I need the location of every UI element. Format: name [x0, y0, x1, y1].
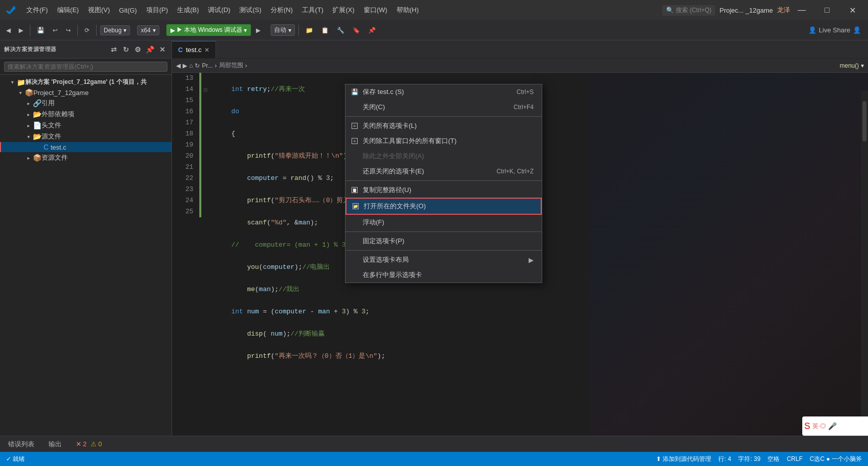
- auto-dropdown[interactable]: 自动 ▾: [271, 24, 295, 36]
- references-icon: 🔗: [32, 99, 41, 107]
- warning-count: ⚠ 0: [91, 440, 102, 448]
- menu-tools[interactable]: 工具(T): [298, 4, 328, 17]
- ctx-close-others: 除此之外全部关闭(A): [345, 149, 542, 164]
- folder-icon: 📁: [351, 201, 361, 211]
- save-icon: 💾: [350, 87, 360, 97]
- ctx-float[interactable]: 浮动(F): [345, 215, 542, 230]
- menu-analyze[interactable]: 分析(N): [267, 4, 297, 17]
- c-file-icon: C: [41, 143, 51, 151]
- output-tab[interactable]: 输出: [45, 438, 66, 451]
- search-placeholder: 搜索 (Ctrl+Q): [676, 6, 711, 15]
- status-right-info[interactable]: C选C ● 一个小脑斧: [808, 454, 864, 464]
- ctx-restore-tabs[interactable]: 还原关闭的选项卡(E) Ctrl+K, Ctrl+Z: [345, 164, 542, 179]
- solution-node[interactable]: ▾ 📁 解决方案 'Project_7_12game' (1 个项目，共: [0, 77, 171, 87]
- status-git[interactable]: ✓ 就绪: [4, 454, 27, 464]
- search-box[interactable]: 🔍 搜索 (Ctrl+Q): [662, 5, 715, 16]
- sidebar-settings-btn[interactable]: ⚙: [133, 44, 143, 55]
- sep1: [30, 25, 30, 36]
- debug-config-dropdown[interactable]: Debug ▾: [100, 25, 130, 35]
- toolbar-misc1[interactable]: ⟳: [81, 25, 93, 35]
- restore-icon: [350, 166, 360, 176]
- error-count: ✕ 2: [76, 440, 86, 448]
- menu-debug[interactable]: 调试(D): [204, 4, 234, 17]
- ctx-copy-path[interactable]: 📋 复制完整路径(U): [345, 182, 542, 198]
- menu-test[interactable]: 测试(S): [235, 4, 265, 17]
- menu-build[interactable]: 生成(B): [173, 4, 203, 17]
- sidebar-refresh-btn[interactable]: ↻: [121, 44, 131, 55]
- menu-project[interactable]: 项目(P): [142, 4, 172, 17]
- status-spaces[interactable]: 空格: [765, 454, 782, 464]
- sidebar-pin-btn[interactable]: 📌: [145, 44, 155, 55]
- sep1: [345, 116, 542, 117]
- status-source-control[interactable]: ⬆ 添加到源代码管理: [654, 454, 713, 464]
- sidebar-item-resources[interactable]: ▸ 📦 资源文件: [0, 152, 171, 163]
- ctx-open-folder[interactable]: 📁 打开所在的文件夹(O): [345, 198, 542, 215]
- toolbar-more2[interactable]: 🔧: [334, 25, 348, 35]
- ctx-save[interactable]: 💾 保存 test.c (S) Ctrl+S: [345, 84, 542, 100]
- sidebar-actions: ⇄ ↻ ⚙ 📌 ✕: [109, 44, 167, 55]
- ctx-close-all-tabs[interactable]: ≡ 关闭所有选项卡(L): [345, 118, 542, 133]
- toolbar-fileops[interactable]: 📁: [302, 25, 316, 35]
- minimize-button[interactable]: —: [790, 2, 813, 18]
- sidebar-sync-btn[interactable]: ⇄: [109, 44, 119, 55]
- toolbar-save[interactable]: 💾: [34, 25, 48, 35]
- sidebar-search-input[interactable]: [4, 62, 167, 72]
- ctx-close-all-windows[interactable]: ≡ 关闭除工具窗口外的所有窗口(T): [345, 133, 542, 149]
- git-icon: ✓: [6, 455, 11, 462]
- diagnostics: ✕ 2 ⚠ 0: [76, 440, 102, 448]
- sep4: [345, 250, 542, 251]
- menu-extensions[interactable]: 扩展(X): [328, 4, 358, 17]
- ctx-close[interactable]: 关闭(C) Ctrl+F4: [345, 100, 542, 115]
- menu-bar: 文件(F) 编辑(E) 视图(V) Git(G) 项目(P) 生成(B) 调试(…: [22, 4, 662, 17]
- windows-icon: ≡: [350, 136, 360, 146]
- project-title: Projec... _12game: [719, 7, 773, 14]
- sidebar-item-references[interactable]: ▸ 🔗 引用: [0, 98, 171, 109]
- platform-dropdown[interactable]: x64 ▾: [137, 25, 159, 35]
- status-col[interactable]: 字符: 39: [736, 454, 762, 464]
- external-deps-icon: 📂: [32, 110, 41, 118]
- sep2: [345, 180, 542, 181]
- sidebar: 解决方案资源管理器 ⇄ ↻ ⚙ 📌 ✕ ▾ 📁 解决方案 'Project_7_…: [0, 40, 172, 436]
- context-menu-overlay[interactable]: 💾 保存 test.c (S) Ctrl+S 关闭(C) Ctrl+F4 ≡ 关…: [172, 40, 868, 436]
- run-button[interactable]: ▶ ▶ 本地 Windows 调试器 ▾: [166, 24, 251, 36]
- sidebar-item-external-deps[interactable]: ▸ 📂 外部依赖项: [0, 109, 171, 120]
- tabs-icon: ≡: [350, 121, 360, 131]
- toolbar-redo[interactable]: ↪: [63, 25, 74, 35]
- sidebar-item-source-files[interactable]: ▾ 📂 源文件: [0, 131, 171, 142]
- username: 龙泽: [777, 6, 790, 15]
- status-encoding[interactable]: CRLF: [785, 454, 804, 463]
- live-share-icon: 👤: [808, 26, 816, 34]
- errors-tab[interactable]: 错误列表: [4, 438, 38, 451]
- app-logo: [4, 3, 18, 17]
- menu-git[interactable]: Git(G): [115, 5, 141, 16]
- status-right: ⬆ 添加到源代码管理 行: 4 字符: 39 空格 CRLF C选C ● 一个小…: [654, 454, 864, 464]
- person-icon: 👤: [853, 26, 861, 34]
- menu-edit[interactable]: 编辑(E): [53, 4, 83, 17]
- close-button[interactable]: ✕: [841, 2, 864, 18]
- ctx-pin-tab[interactable]: 固定选项卡(P): [345, 234, 542, 249]
- menu-window[interactable]: 窗口(W): [360, 4, 392, 17]
- toolbar-fwd[interactable]: ▶: [16, 25, 26, 35]
- menu-view[interactable]: 视图(V): [84, 4, 114, 17]
- sidebar-item-testc[interactable]: C test.c: [0, 142, 171, 152]
- toolbar-pins[interactable]: 📌: [365, 25, 379, 35]
- maximize-button[interactable]: □: [815, 2, 839, 18]
- project-node[interactable]: ▾ 📦 Project_7_12game: [0, 87, 171, 98]
- menu-help[interactable]: 帮助(H): [393, 4, 423, 17]
- toolbar-more1[interactable]: 📋: [318, 25, 332, 35]
- sep4: [298, 25, 299, 36]
- menu-file[interactable]: 文件(F): [22, 4, 52, 17]
- sidebar-close-btn[interactable]: ✕: [157, 44, 167, 55]
- toolbar-run-arrow[interactable]: ▶: [253, 25, 264, 35]
- sep3: [96, 25, 97, 36]
- toolbar-undo[interactable]: ↩: [50, 25, 61, 35]
- submenu-arrow-icon: ▶: [529, 256, 534, 264]
- toolbar-bookmark[interactable]: 🔖: [350, 25, 363, 35]
- ctx-set-tab-layout[interactable]: 设置选项卡布局 ▶: [345, 252, 542, 267]
- sidebar-item-headers[interactable]: ▸ 📄 头文件: [0, 120, 171, 131]
- toolbar-back[interactable]: ◀: [3, 25, 14, 35]
- status-row[interactable]: 行: 4: [716, 454, 733, 464]
- live-share-button[interactable]: 👤 Live Share 👤: [804, 25, 865, 35]
- ctx-multirow-tabs[interactable]: 在多行中显示选项卡: [345, 267, 542, 283]
- error-icon: ✕: [76, 440, 81, 448]
